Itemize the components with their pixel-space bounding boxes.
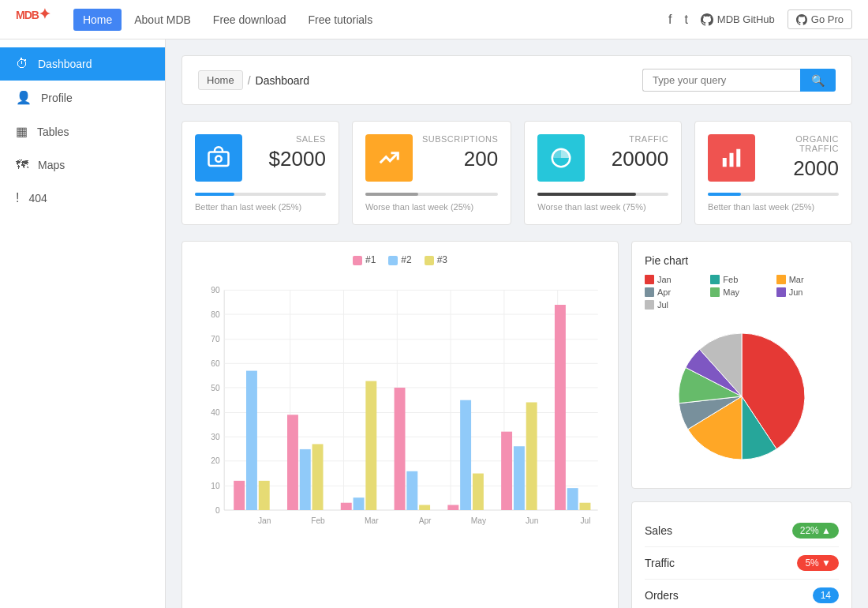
sales-text: SALES $2000 [252, 134, 326, 171]
logo-text: MDB [16, 9, 39, 21]
svg-rect-49 [395, 388, 406, 510]
tables-icon: ▦ [16, 124, 28, 139]
svg-text:Apr: Apr [419, 516, 432, 525]
twitter-icon[interactable]: t [684, 13, 687, 27]
sidebar-item-tables[interactable]: ▦ Tables [0, 114, 165, 148]
pie-dot-jun [776, 287, 786, 297]
pie-legend-jul: Jul [645, 300, 707, 310]
pie-dot-apr [645, 287, 654, 297]
sidebar-item-maps[interactable]: 🗺 Maps [0, 148, 165, 182]
svg-text:50: 50 [211, 384, 220, 392]
logo-star: ✦ [39, 6, 50, 22]
stat-card-traffic: TRAFFIC 20000 Worse than last week (75%) [524, 121, 682, 225]
nav-download[interactable]: Free download [204, 9, 296, 31]
stats-label-traffic: Traffic [645, 557, 675, 569]
charts-row: #1 #2 #3 [181, 241, 852, 608]
sidebar-item-404[interactable]: ! 404 [0, 182, 165, 215]
search-input[interactable] [642, 69, 800, 92]
pie-dot-jan [645, 275, 654, 284]
bar-chart-area: 90 80 70 60 50 40 30 20 10 0 Jan Feb Mar [195, 273, 605, 542]
stats-badge-orders: 14 [813, 587, 839, 603]
stats-table-card: Sales 22% ▲ Traffic 5% ▼ Orders 14 [631, 501, 852, 608]
svg-rect-51 [419, 505, 430, 511]
svg-text:90: 90 [211, 286, 220, 295]
svg-text:80: 80 [211, 310, 220, 319]
legend-1: #1 [353, 254, 376, 265]
sales-progress-bar [195, 193, 326, 196]
nav-links: Home About MDB Free download Free tutori… [73, 9, 668, 31]
legend-2: #2 [388, 254, 411, 265]
pie-chart-title: Pie chart [645, 254, 839, 267]
sales-value: $2000 [252, 147, 326, 171]
github-label: MDB GitHub [717, 13, 775, 25]
breadcrumb-row: Home / Dashboard 🔍 [181, 55, 852, 105]
traffic-value: 20000 [594, 147, 668, 171]
sales-icon [195, 134, 242, 182]
svg-text:May: May [471, 516, 487, 525]
nav-about[interactable]: About MDB [125, 9, 200, 31]
pie-dot-mar [776, 275, 786, 284]
svg-point-1 [215, 156, 222, 163]
svg-rect-60 [580, 503, 591, 510]
sidebar-label-404: 404 [28, 192, 47, 205]
stats-label-sales: Sales [645, 524, 672, 537]
svg-rect-53 [460, 400, 471, 510]
svg-text:30: 30 [211, 433, 220, 441]
bar-chart-card: #1 #2 #3 [181, 241, 619, 608]
stats-row-orders: Orders 14 [645, 580, 839, 608]
sidebar-item-profile[interactable]: 👤 Profile [0, 81, 165, 114]
profile-icon: 👤 [16, 90, 32, 105]
pie-svg-area [645, 317, 839, 475]
svg-rect-45 [312, 444, 324, 510]
svg-rect-59 [567, 488, 578, 510]
svg-text:60: 60 [211, 359, 220, 368]
sidebar-item-dashboard[interactable]: ⏱ Dashboard [0, 47, 165, 81]
pie-legend-jun: Jun [776, 287, 839, 297]
subscriptions-progress-bar [365, 193, 498, 196]
subscriptions-note: Worse than last week (25%) [365, 202, 498, 212]
svg-rect-41 [246, 371, 257, 510]
logo: MDB✦ [16, 6, 50, 32]
bar-chart-svg: 90 80 70 60 50 40 30 20 10 0 Jan Feb Mar [195, 273, 605, 542]
svg-rect-3 [723, 158, 727, 167]
gopro-btn[interactable]: Go Pro [788, 9, 852, 29]
traffic-progress-fill [537, 193, 635, 196]
search-button[interactable]: 🔍 [800, 69, 836, 92]
svg-rect-40 [234, 481, 245, 510]
chart-legend: #1 #2 #3 [195, 254, 605, 265]
svg-text:10: 10 [211, 482, 220, 490]
sales-progress-fill [195, 193, 234, 196]
maps-icon: 🗺 [16, 158, 28, 172]
svg-text:Jun: Jun [526, 516, 539, 525]
legend-3: #3 [425, 254, 447, 265]
organic-progress-bar [708, 193, 839, 196]
sales-label: SALES [252, 134, 326, 144]
traffic-progress-bar [537, 193, 668, 196]
facebook-icon[interactable]: f [668, 13, 672, 27]
stat-card-organic: ORGANIC TRAFFIC 2000 Better than last we… [694, 121, 852, 225]
sidebar: ⏱ Dashboard 👤 Profile ▦ Tables 🗺 Maps ! … [0, 39, 166, 608]
organic-progress-fill [708, 193, 740, 196]
gopro-label: Go Pro [811, 13, 844, 25]
stats-badge-traffic: 5% ▼ [797, 555, 839, 571]
breadcrumb-home[interactable]: Home [198, 70, 243, 90]
svg-text:20: 20 [211, 457, 220, 466]
organic-label: ORGANIC TRAFFIC [765, 134, 839, 153]
svg-rect-44 [300, 449, 311, 510]
top-nav: MDB✦ Home About MDB Free download Free t… [0, 0, 868, 39]
nav-tutorials[interactable]: Free tutorials [298, 9, 382, 31]
svg-rect-55 [501, 432, 512, 510]
stat-card-sales: SALES $2000 Better than last week (25%) [181, 121, 339, 225]
nav-home[interactable]: Home [73, 9, 122, 31]
breadcrumb: Home / Dashboard [198, 70, 309, 90]
svg-rect-47 [354, 497, 365, 510]
organic-note: Better than last week (25%) [708, 202, 839, 212]
subscriptions-label: SUBSCRIPTIONS [422, 134, 498, 144]
exclamation-icon: ! [16, 191, 19, 205]
pie-legend-jan: Jan [645, 275, 707, 284]
svg-rect-58 [555, 305, 566, 510]
github-link[interactable]: MDB GitHub [701, 13, 775, 26]
sidebar-label-dashboard: Dashboard [38, 58, 92, 70]
nav-right: f t MDB GitHub Go Pro [668, 9, 852, 29]
svg-rect-48 [365, 381, 376, 510]
